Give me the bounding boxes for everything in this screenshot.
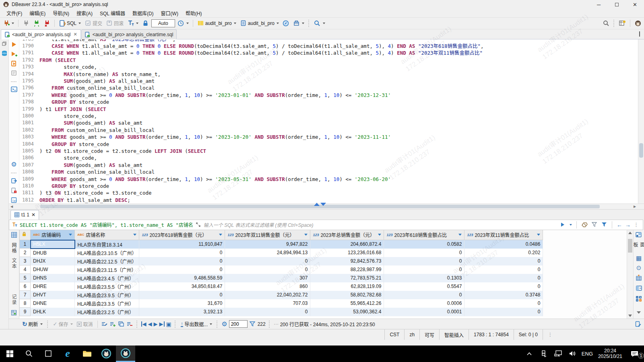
grid-cell[interactable]: 0.202: [464, 249, 543, 257]
file-explorer-icon[interactable]: [77, 346, 97, 362]
menu-item[interactable]: SQL 编辑器: [97, 9, 128, 17]
grid-cell[interactable]: 9,486,558.59: [139, 274, 225, 282]
commit-mode-selector[interactable]: Auto: [151, 19, 175, 27]
task-view-icon[interactable]: [39, 346, 58, 362]
minimize-button[interactable]: ─: [590, 0, 608, 9]
grid-cell[interactable]: 9,947,822: [225, 240, 310, 249]
status-overflow-icon[interactable]: ⋮: [543, 329, 557, 340]
usb-icon[interactable]: [537, 350, 551, 357]
grid-cell[interactable]: 0: [464, 282, 543, 291]
notification-center-icon[interactable]: 1: [626, 350, 642, 357]
first-page-icon[interactable]: ◀: [141, 321, 147, 327]
grid-cell[interactable]: 0: [225, 257, 310, 265]
calc-panel-icon[interactable]: [636, 295, 642, 302]
database-selector[interactable]: audit_bi_pro: [196, 19, 237, 28]
column-header[interactable]: 1232023年618销售金额（元）: [139, 230, 225, 240]
result-grid[interactable]: ABC店铺编码ABC店铺名称1232023年618销售金额（元）1232023年…: [19, 230, 627, 319]
grid-scroll-down-icon[interactable]: [627, 313, 633, 319]
grid-cell[interactable]: H5LX: [31, 240, 75, 249]
grid-cell[interactable]: 0.5547: [384, 282, 464, 291]
filter-history-dropdown[interactable]: [570, 224, 572, 226]
editor-vscroll-thumb[interactable]: [639, 143, 643, 158]
sql-editor-button[interactable]: SQL: [58, 19, 82, 28]
record-mode-tab[interactable]: 记录: [10, 294, 17, 305]
prev-page-icon[interactable]: ◀: [148, 321, 152, 327]
row-number[interactable]: 7: [20, 291, 31, 299]
execute-statement-icon[interactable]: [10, 41, 17, 48]
column-header[interactable]: ABC店铺名称: [75, 230, 139, 240]
filter-overflow-icon[interactable]: ⋮: [634, 222, 639, 227]
grid-cell[interactable]: 0: [139, 249, 225, 257]
grid-cell[interactable]: DHVT: [31, 291, 75, 299]
column-header[interactable]: 1232023年双11销售金额占比: [464, 230, 543, 240]
grid-cell[interactable]: 0: [139, 291, 225, 299]
toolbar-overflow-icon[interactable]: ⋯: [274, 321, 279, 327]
row-number[interactable]: 3: [20, 257, 31, 265]
taskbar-dbeaver-active-icon[interactable]: [116, 346, 135, 362]
dashboard-button[interactable]: [281, 19, 291, 28]
database-navigator-icon[interactable]: [1, 50, 8, 57]
transaction-mode-button[interactable]: [126, 19, 140, 28]
open-value-editor-icon[interactable]: [635, 321, 642, 327]
rollback-button[interactable]: 回滚: [105, 19, 125, 28]
metadata-panel-icon[interactable]: ⊙: [636, 265, 642, 271]
column-filter-dropdown-icon[interactable]: [458, 234, 462, 236]
schema-selector[interactable]: audit_bi_pro: [239, 19, 280, 28]
grid-cell[interactable]: 0.0001: [384, 308, 464, 316]
grid-cell[interactable]: 62,828,119.09: [310, 282, 384, 291]
grid-vscroll-thumb[interactable]: [628, 239, 632, 253]
close-button[interactable]: ✕: [626, 0, 644, 9]
grid-cell[interactable]: 0.0006: [384, 299, 464, 308]
grid-cell[interactable]: 53,090,362.4: [310, 308, 384, 316]
save-file-warning-icon[interactable]: [10, 187, 17, 194]
results-tab[interactable]: t1 1 ✕: [10, 210, 39, 220]
erase-filter-icon[interactable]: [581, 221, 588, 228]
grid-cell[interactable]: 0: [464, 308, 543, 316]
menu-item[interactable]: 导航(N): [50, 9, 72, 17]
editor-hscrollbar[interactable]: ◀ ▶: [9, 204, 644, 209]
hscroll-left-arrow[interactable]: ◀: [9, 204, 14, 209]
row-number[interactable]: 6: [20, 282, 31, 291]
search-metadata-button[interactable]: [313, 19, 326, 28]
grid-cell[interactable]: 72,783,575.21: [310, 274, 384, 282]
grid-cell[interactable]: HLA唯品会23.5.5（广州）: [75, 282, 139, 291]
grid-cell[interactable]: 0: [384, 257, 464, 265]
grid-cell[interactable]: 0: [464, 274, 543, 282]
column-header[interactable]: 1232023年618销售金额占比: [384, 230, 464, 240]
tx-log-button[interactable]: [176, 19, 190, 28]
grid-cell[interactable]: 0: [384, 265, 464, 274]
expand-filter-icon[interactable]: [196, 221, 201, 228]
taskbar-clock[interactable]: 20:24 2025/10/21: [595, 348, 625, 359]
reconnect-button[interactable]: [32, 19, 41, 28]
restore-panel-icon[interactable]: [1, 40, 8, 47]
column-filter-dropdown-icon[interactable]: [537, 234, 540, 236]
column-filter-dropdown-icon[interactable]: [378, 234, 381, 236]
taskbar-search-icon[interactable]: [19, 346, 39, 362]
presentation-text-tab[interactable]: 文本: [10, 258, 17, 269]
open-file-icon[interactable]: [10, 177, 17, 184]
grid-cell[interactable]: DHNS: [31, 274, 75, 282]
row-number[interactable]: 2: [20, 249, 31, 257]
row-number[interactable]: 9: [20, 308, 31, 316]
quick-search-button[interactable]: [601, 19, 611, 28]
row-number[interactable]: 4: [20, 265, 31, 274]
grid-cell[interactable]: HLA唯品会22.12.5（广州）: [75, 257, 139, 265]
grid-cell[interactable]: HLA唯品会23.9.5（广州）: [75, 291, 139, 299]
panels-config-icon[interactable]: [636, 232, 642, 239]
grid-cell[interactable]: 92,842,576.73: [310, 257, 384, 265]
edit-cell-icon[interactable]: [101, 321, 108, 327]
filter-input[interactable]: 输入一个 SQL 表达式来过滤结果 (使用 Ctrl+Space): [204, 221, 557, 228]
grid-cell[interactable]: DHUB: [31, 249, 75, 257]
row-header-corner[interactable]: [20, 230, 31, 240]
grid-cell[interactable]: HLA唯品会23.10.5（广州）: [75, 249, 139, 257]
grid-cell[interactable]: 0: [464, 257, 543, 265]
last-page-icon[interactable]: ▶: [159, 321, 165, 327]
row-count-filter-icon[interactable]: [249, 321, 256, 327]
grid-cell[interactable]: 58,802,782.68: [310, 291, 384, 299]
grid-cell[interactable]: 11,910,847: [139, 240, 225, 249]
grouping-panel-icon[interactable]: [636, 274, 642, 281]
grid-cell[interactable]: 34,850,618.47: [139, 282, 225, 291]
grid-cell[interactable]: HLA京东自营18.3.14: [75, 240, 139, 249]
new-connection-button[interactable]: [2, 19, 15, 28]
commit-button[interactable]: 提交: [83, 19, 103, 28]
